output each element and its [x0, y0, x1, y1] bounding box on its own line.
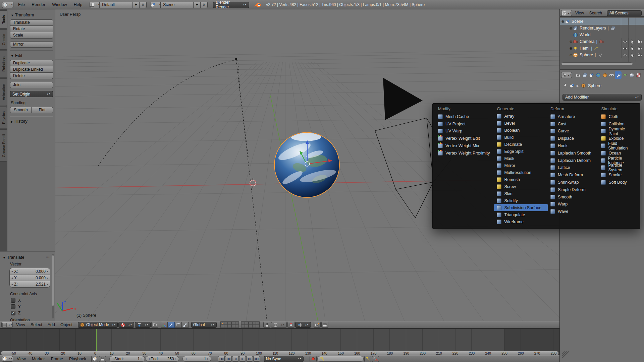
delete-keyframe-button[interactable]: [372, 356, 379, 362]
modifier-item-displace[interactable]: Displace: [548, 135, 599, 142]
expand-icon[interactable]: ⊕: [569, 40, 573, 44]
modifier-item-simple-deform[interactable]: Simple Deform: [548, 186, 599, 193]
timeline-track[interactable]: [0, 329, 559, 351]
timeline-playhead[interactable]: [96, 329, 97, 351]
scene-browse-button[interactable]: ▲▼: [151, 2, 161, 8]
translate-button[interactable]: Translate: [10, 19, 53, 26]
viewport-editor-type-button[interactable]: ▲▼: [1, 322, 13, 328]
modifier-item-skin[interactable]: Skin: [494, 190, 547, 197]
layer-13-toggle[interactable]: [249, 322, 252, 325]
expand-icon[interactable]: ⊕: [569, 26, 573, 31]
join-button[interactable]: Join: [10, 82, 53, 88]
modifier-item-uv-warp[interactable]: UV Warp: [435, 128, 494, 135]
layer-1-toggle[interactable]: [220, 322, 224, 325]
layer-12-toggle[interactable]: [245, 322, 249, 325]
proportional-edit-select[interactable]: ▲▼: [271, 322, 287, 328]
frame-end-field[interactable]: ◂End:250▸: [146, 356, 179, 362]
properties-tab-material[interactable]: [628, 71, 635, 79]
menu-playback[interactable]: Playback: [66, 357, 89, 361]
delete-button[interactable]: Delete: [10, 73, 53, 79]
modifier-item-soft-body[interactable]: Soft Body: [598, 179, 638, 186]
outliner-scrollbar[interactable]: [561, 62, 633, 65]
tab-create[interactable]: Create: [0, 29, 7, 50]
opengl-render-image-button[interactable]: [314, 322, 321, 328]
scene-name-field[interactable]: Scene: [161, 2, 194, 8]
layer-8-toggle[interactable]: [228, 325, 231, 328]
vector-x--field[interactable]: ◂X:0.000▸: [10, 268, 50, 275]
modifier-item-mirror[interactable]: Mirror: [494, 162, 547, 169]
modifier-item-vertex-weight-proximity[interactable]: Vertex Weight Proximity: [435, 149, 494, 157]
properties-tab-render[interactable]: [575, 71, 581, 79]
menu-view[interactable]: View: [573, 11, 587, 15]
expand-icon[interactable]: ⊕: [569, 46, 573, 51]
modifier-item-hook[interactable]: Hook: [548, 142, 599, 149]
outliner-editor-type-button[interactable]: ▲▼: [561, 10, 572, 16]
outliner-row-camera[interactable]: ⊕Camera|: [560, 38, 644, 45]
duplicate-linked-button[interactable]: Duplicate Linked: [10, 66, 53, 73]
empty-origin-dot[interactable]: [235, 58, 237, 60]
menu-object[interactable]: Object: [58, 322, 75, 327]
lock-time-cursor-button[interactable]: [99, 356, 106, 362]
sync-mode-select[interactable]: No Sync▲▼: [264, 356, 304, 362]
modifier-item-armature[interactable]: Armature: [548, 113, 599, 120]
layer-14-toggle[interactable]: [252, 322, 256, 325]
tool-shelf-scrollbar[interactable]: [52, 254, 54, 318]
info-editor-type-button[interactable]: i▲▼: [2, 2, 13, 8]
modifier-item-build[interactable]: Build: [494, 134, 547, 141]
render-toggle-camera-icon[interactable]: [636, 45, 643, 52]
menu-add[interactable]: Add: [45, 322, 58, 327]
eye-icon[interactable]: [621, 45, 629, 52]
properties-tab-world[interactable]: [595, 71, 601, 79]
opengl-render-anim-button[interactable]: [321, 322, 328, 328]
layer-3-toggle[interactable]: [228, 322, 231, 325]
modifier-item-mesh-deform[interactable]: Mesh Deform: [548, 171, 599, 179]
layer-15-toggle[interactable]: [256, 322, 260, 325]
properties-editor-type-button[interactable]: ▲▼: [561, 72, 572, 78]
screen-layout-name-field[interactable]: Default: [100, 2, 132, 8]
edit-panel-header[interactable]: ▼Edit: [11, 53, 53, 58]
scale-manipulator-button[interactable]: [182, 322, 189, 328]
close-screen-layout-button[interactable]: ×: [140, 2, 147, 8]
vector-y--field[interactable]: ◂Y:0.000▸: [10, 275, 50, 281]
set-origin-menu-button[interactable]: Set Origin▲▼: [10, 91, 53, 97]
render-toggle-camera-icon[interactable]: [636, 38, 643, 45]
tab-animation[interactable]: Animation: [0, 78, 7, 106]
modifier-item-array[interactable]: Array: [494, 113, 547, 120]
menu-render[interactable]: Render: [28, 2, 49, 7]
outliner-display-filter-select[interactable]: All Scenes: [607, 10, 642, 16]
constraint-axis-x-checkbox[interactable]: [11, 298, 15, 303]
expand-icon[interactable]: ⊕: [569, 53, 573, 57]
modifier-item-curve[interactable]: Curve: [548, 128, 599, 135]
properties-tab-modifiers[interactable]: [615, 71, 622, 79]
modifier-item-boolean[interactable]: Boolean: [494, 127, 547, 134]
layer-16-toggle[interactable]: [241, 325, 245, 328]
modifier-item-laplacian-deform[interactable]: Laplacian Deform: [548, 157, 599, 164]
layer-11-toggle[interactable]: [241, 322, 245, 325]
modifier-item-mesh-cache[interactable]: Mesh Cache: [435, 113, 494, 120]
modifier-item-solidify[interactable]: Solidify: [494, 197, 547, 204]
modifier-item-vertex-weight-mix[interactable]: Vertex Weight Mix: [435, 142, 494, 149]
menu-file[interactable]: File: [15, 2, 28, 7]
modifier-item-cloth[interactable]: Cloth: [598, 113, 638, 120]
scale-button[interactable]: Scale: [10, 32, 53, 39]
mode-select[interactable]: Object Mode▲▼: [78, 322, 118, 328]
flat-shading-button[interactable]: Flat: [32, 107, 53, 113]
modifier-item-particle-system[interactable]: Particle System: [598, 164, 638, 172]
pivot-point-select[interactable]: ▲▼: [135, 322, 151, 328]
render-toggle-camera-icon[interactable]: [636, 52, 643, 58]
manipulator-toggle-button[interactable]: [161, 322, 168, 328]
layer-17-toggle[interactable]: [245, 325, 249, 328]
tab-relations[interactable]: Relations: [0, 51, 7, 77]
properties-tab-object-data[interactable]: [622, 71, 628, 79]
modifier-item-edge-split[interactable]: Edge Split: [494, 148, 547, 155]
modifier-item-decimate[interactable]: Decimate: [494, 141, 547, 148]
prev-keyframe-button[interactable]: ◀◀: [225, 356, 232, 362]
transform-panel-header[interactable]: ▼Transform: [11, 13, 53, 17]
outliner-row-scene[interactable]: ⊖Scene: [560, 18, 644, 25]
cursor-arrow-icon[interactable]: [629, 45, 636, 52]
render-engine-select[interactable]: Blender Render▲▼: [213, 2, 249, 8]
viewport-shading-select[interactable]: ▲▼: [118, 322, 134, 328]
layer-18-toggle[interactable]: [249, 325, 252, 328]
snap-element-select[interactable]: ▲▼: [295, 322, 311, 328]
duplicate-button[interactable]: Duplicate: [10, 60, 53, 66]
